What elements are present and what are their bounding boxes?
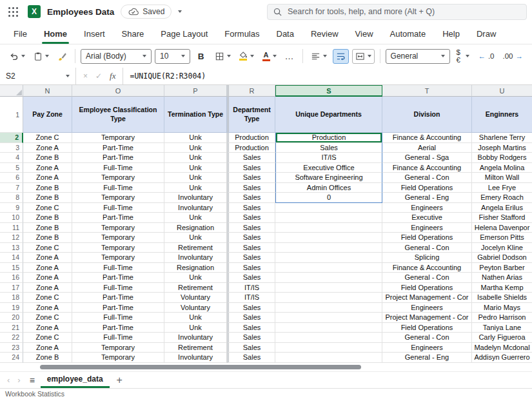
app-launcher-icon[interactable] [5,4,21,20]
document-title[interactable]: Employees Data [47,7,114,17]
cell-R23[interactable]: Sales [227,343,275,353]
cell-U16[interactable]: Nathen Arias [472,273,532,283]
cell-O3[interactable]: Part-Time [72,143,164,153]
cell-S8[interactable]: 0 [275,193,382,203]
name-box[interactable]: S2 [0,68,76,84]
cell-P16[interactable]: Unk [164,273,227,283]
cell-P21[interactable]: Unk [164,323,227,333]
name-box-chevron-icon[interactable] [66,75,70,77]
row-number-20[interactable]: 20 [0,313,23,323]
row-number-14[interactable]: 14 [0,253,23,263]
cell-O19[interactable]: Part-Time [72,303,164,313]
cell-P10[interactable]: Unk [164,213,227,223]
row-number-15[interactable]: 15 [0,263,23,273]
cell-U7[interactable]: Lee Frye [472,183,532,193]
cell-P7[interactable]: Unk [164,183,227,193]
cell-O14[interactable]: Temporary [72,253,164,263]
currency-chevron-icon[interactable] [466,55,469,57]
cell-T14[interactable]: Splicing [382,253,472,263]
column-header-U[interactable]: U [472,85,532,97]
cell-R20[interactable]: Sales [227,313,275,323]
cell-S22[interactable] [275,333,382,343]
row-number-24[interactable]: 24 [0,353,23,363]
borders-button[interactable] [212,50,233,63]
cell-N14[interactable]: Zone A [23,253,72,263]
cell-N23[interactable]: Zone A [23,343,72,353]
ribbon-tab-page-layout[interactable]: Page Layout [152,23,216,44]
cell-R15[interactable]: Sales [227,263,275,273]
row-number-18[interactable]: 18 [0,293,23,303]
ribbon-tab-insert[interactable]: Insert [75,23,113,44]
cell-N18[interactable]: Zone C [23,293,72,303]
row-number-1[interactable]: 1 [0,97,23,133]
cell-N2[interactable]: Zone C [23,133,72,143]
cell-U17[interactable]: Martha Kemp [472,283,532,293]
next-sheet-icon[interactable]: › [14,375,23,385]
cell-U2[interactable]: Sharlene Terry [472,133,532,143]
column-header-N[interactable]: N [23,85,72,97]
cell-N1[interactable]: Pay Zone [23,97,72,133]
cell-T3[interactable]: Aerial [382,143,472,153]
cell-R11[interactable]: Sales [227,223,275,233]
cell-P18[interactable]: Voluntary [164,293,227,303]
cell-O7[interactable]: Full-Time [72,183,164,193]
cell-N11[interactable]: Zone B [23,223,72,233]
cell-O2[interactable]: Temporary [72,133,164,143]
cell-O23[interactable]: Temporary [72,343,164,353]
cell-S16[interactable] [275,273,382,283]
cell-T4[interactable]: General - Sga [382,153,472,163]
cell-T23[interactable]: Engineers [382,343,472,353]
cell-R16[interactable]: Sales [227,273,275,283]
cell-R6[interactable]: Sales [227,173,275,183]
cell-P23[interactable]: Retirement [164,343,227,353]
cell-T16[interactable]: General - Con [382,273,472,283]
column-header-T[interactable]: T [382,85,472,97]
cell-O8[interactable]: Temporary [72,193,164,203]
cell-N7[interactable]: Zone B [23,183,72,193]
cell-T18[interactable]: Project Management - Cor [382,293,472,303]
cell-S4[interactable]: IT/IS [275,153,382,163]
cell-P11[interactable]: Resignation [164,223,227,233]
cell-T11[interactable]: Engineers [382,223,472,233]
search-input[interactable] [286,6,520,17]
ribbon-tab-file[interactable]: File [5,23,35,44]
cell-N12[interactable]: Zone B [23,233,72,243]
row-number-8[interactable]: 8 [0,193,23,203]
cell-S18[interactable] [275,293,382,303]
cell-R19[interactable]: Sales [227,303,275,313]
cell-O15[interactable]: Full-Time [72,263,164,273]
cell-R3[interactable]: Production [227,143,275,153]
borders-chevron-icon[interactable] [227,55,231,57]
cancel-icon[interactable]: × [83,72,88,81]
fill-color-button[interactable] [237,50,257,63]
cell-U20[interactable]: Pedro Harrison [472,313,532,323]
cell-U1[interactable]: Enginners [472,97,532,133]
cell-T6[interactable]: General - Con [382,173,472,183]
cell-S12[interactable] [275,233,382,243]
cell-P24[interactable]: Involuntary [164,353,227,363]
cell-O21[interactable]: Part-Time [72,323,164,333]
column-header-S[interactable]: S [275,85,382,97]
cell-U18[interactable]: Isabelle Shields [472,293,532,303]
sheet-tab-employee-data[interactable]: employee_data [41,372,110,388]
row-number-21[interactable]: 21 [0,323,23,333]
cell-O24[interactable]: Temporary [72,353,164,363]
title-dropdown-chevron-icon[interactable] [178,10,182,13]
row-number-12[interactable]: 12 [0,233,23,243]
cell-N9[interactable]: Zone C [23,203,72,213]
cell-T2[interactable]: Finance & Accounting [382,133,472,143]
cell-N10[interactable]: Zone B [23,213,72,223]
cell-O13[interactable]: Temporary [72,243,164,253]
cell-T17[interactable]: Field Operations [382,283,472,293]
cell-N3[interactable]: Zone A [23,143,72,153]
cell-P2[interactable]: Unk [164,133,227,143]
cell-T5[interactable]: Finance & Accounting [382,163,472,173]
cell-P6[interactable]: Unk [164,173,227,183]
row-number-11[interactable]: 11 [0,223,23,233]
column-header-O[interactable]: O [72,85,164,97]
undo-button[interactable] [6,50,28,63]
cell-P19[interactable]: Voluntary [164,303,227,313]
cell-R18[interactable]: IT/IS [227,293,275,303]
ribbon-tab-formulas[interactable]: Formulas [216,23,268,44]
cell-P20[interactable]: Unk [164,313,227,323]
